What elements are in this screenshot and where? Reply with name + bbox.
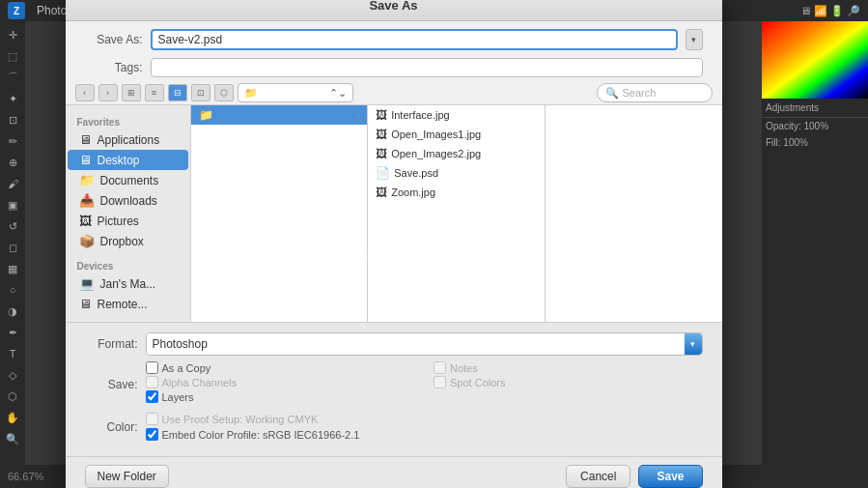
sidebar-item-pictures[interactable]: 🖼 Pictures	[68, 211, 188, 231]
alpha-label: Alpha Channels	[162, 377, 238, 388]
search-box[interactable]: 🔍 Search	[597, 83, 713, 102]
checkbox-notes: Notes	[434, 361, 703, 374]
embed-color-checkbox[interactable]	[146, 428, 158, 441]
tags-label: Tags:	[85, 61, 143, 74]
color-label: Color:	[85, 420, 138, 434]
right-buttons: Cancel Save	[566, 465, 702, 488]
checkbox-spot-colors: Spot Colors	[434, 376, 703, 388]
tool-crop[interactable]: ⊡	[3, 110, 22, 129]
view-list-btn[interactable]: ≡	[145, 84, 164, 101]
opacity-row: Opacity: 100%	[762, 118, 868, 134]
checkbox-embed-color[interactable]: Embed Color Profile: sRGB IEC61966-2.1	[146, 428, 703, 441]
pictures-icon: 🖼	[79, 214, 92, 228]
tool-dodge[interactable]: ◑	[3, 301, 22, 321]
tool-healing[interactable]: ⊕	[3, 153, 22, 172]
file-column-3	[546, 105, 722, 322]
as-a-copy-checkbox[interactable]	[146, 361, 158, 374]
color-swatch[interactable]	[762, 21, 868, 99]
dialog-title-bar: Save As	[66, 0, 722, 21]
search-placeholder: Search	[623, 87, 657, 99]
layers-checkbox[interactable]	[146, 390, 158, 403]
as-a-copy-label: As a Copy	[162, 362, 211, 374]
sidebar-item-jans-mac[interactable]: 💻 Jan's Ma...	[68, 273, 188, 294]
checkbox-layers[interactable]: Layers	[146, 390, 415, 403]
tool-history[interactable]: ↺	[3, 216, 22, 236]
file-columns: 📁 › 🖼 Interface.jpg 🖼 Open_Images1.jpg	[191, 105, 722, 322]
file-item-desktop-folder[interactable]: 📁 ›	[191, 105, 368, 125]
file-item-interface[interactable]: 🖼 Interface.jpg	[368, 105, 545, 125]
tool-shape[interactable]: ⬡	[3, 387, 22, 406]
file-item-zoom[interactable]: 🖼 Zoom.jpg	[368, 183, 545, 202]
save-row: Save: As a Copy Notes Alpha Channels	[85, 361, 703, 407]
save-button[interactable]: Save	[638, 465, 702, 488]
sidebar-item-applications[interactable]: 🖥 Applications	[68, 129, 188, 150]
checkbox-alpha: Alpha Channels	[146, 376, 415, 388]
sidebar-item-downloads-label: Downloads	[100, 194, 157, 208]
file-name-open2: Open_Images2.jpg	[391, 148, 481, 159]
view-column-btn[interactable]: ⊟	[168, 84, 187, 101]
color-options: Use Proof Setup: Working CMYK Embed Colo…	[146, 413, 703, 441]
spot-checkbox	[434, 376, 446, 388]
format-label: Format:	[85, 337, 138, 351]
filename-input[interactable]	[151, 29, 678, 50]
back-btn[interactable]: ‹	[75, 84, 95, 101]
view-icon-btn[interactable]: ⊞	[122, 84, 141, 101]
file-name-interface: Interface.jpg	[391, 109, 450, 121]
devices-label: Devices	[66, 257, 190, 273]
tool-hand[interactable]: ✋	[3, 408, 22, 427]
tags-input[interactable]	[151, 58, 703, 77]
sidebar-item-documents[interactable]: 📁 Documents	[68, 170, 188, 190]
opacity-label: Opacity: 100%	[766, 121, 828, 131]
file-item-save-psd[interactable]: 📄 Save.psd	[368, 163, 545, 183]
notes-checkbox	[434, 361, 446, 374]
sidebar-item-remote[interactable]: 🖥 Remote...	[68, 294, 188, 314]
documents-icon: 📁	[79, 173, 95, 187]
tool-select[interactable]: ⬚	[3, 46, 22, 66]
tool-blur[interactable]: ○	[3, 280, 22, 300]
browser-toolbar: ‹ › ⊞ ≡ ⊟ ⊡ ⬡ 📁 ⌃⌄ 🔍 Search	[66, 81, 722, 105]
new-folder-button[interactable]: New Folder	[85, 465, 169, 488]
filename-arrow-btn[interactable]: ▾	[686, 29, 703, 50]
file-item-open-images2[interactable]: 🖼 Open_Images2.jpg	[368, 144, 545, 163]
format-select-text: Photoshop	[147, 333, 685, 355]
forward-btn[interactable]: ›	[98, 84, 118, 101]
tool-eyedropper[interactable]: ✏	[3, 131, 22, 151]
image-icon-2: 🖼	[376, 128, 387, 141]
use-proof-label: Use Proof Setup: Working CMYK	[162, 414, 319, 425]
tool-pen[interactable]: ✒	[3, 323, 22, 342]
desktop-icon: 🖥	[79, 153, 92, 167]
format-select-arrow-icon: ▾	[685, 333, 702, 355]
jans-mac-icon: 💻	[79, 276, 95, 291]
sidebar-item-desktop[interactable]: 🖥 Desktop	[68, 150, 188, 170]
sidebar-item-jans-mac-label: Jan's Ma...	[100, 277, 156, 291]
format-section: Format: Photoshop ▾ Save: As a Copy Note	[66, 322, 722, 456]
sidebar-item-downloads[interactable]: 📥 Downloads	[68, 190, 188, 211]
dialog-overlay: Save As Save As: ▾ Tags: ‹ › ⊞ ≡ ⊟ ⊡ ⬡ 📁…	[25, 21, 762, 465]
zoom-level: 66.67%	[8, 471, 43, 482]
tool-stamp[interactable]: ▣	[3, 195, 22, 215]
right-panel: Adjustments Opacity: 100% Fill: 100%	[762, 21, 868, 465]
tool-brush[interactable]: 🖌	[3, 174, 22, 193]
view-share-btn[interactable]: ⬡	[214, 84, 234, 101]
sidebar-item-dropbox[interactable]: 📦 Dropbox	[68, 231, 188, 251]
notes-label: Notes	[450, 362, 478, 374]
tool-path[interactable]: ◇	[3, 365, 22, 385]
file-item-open-images1[interactable]: 🖼 Open_Images1.jpg	[368, 125, 545, 144]
tool-eraser[interactable]: ◻	[3, 238, 22, 257]
tool-move[interactable]: ✛	[3, 25, 22, 44]
view-coverflow-btn[interactable]: ⊡	[191, 84, 210, 101]
tool-lasso[interactable]: ⌒	[3, 68, 22, 87]
format-select-wrapper[interactable]: Photoshop ▾	[146, 332, 703, 356]
folder-icon: 📁	[199, 108, 213, 122]
tool-text[interactable]: T	[3, 344, 22, 363]
search-icon: 🔍	[605, 87, 619, 100]
path-dropdown[interactable]: 📁 ⌃⌄	[238, 83, 353, 102]
tags-row: Tags:	[66, 58, 722, 81]
tool-zoom[interactable]: 🔍	[3, 429, 22, 448]
tool-gradient[interactable]: ▦	[3, 259, 22, 278]
cancel-button[interactable]: Cancel	[566, 465, 630, 488]
checkbox-as-a-copy[interactable]: As a Copy	[146, 361, 415, 374]
sidebar-item-dropbox-label: Dropbox	[100, 235, 144, 248]
tool-magic-wand[interactable]: ✦	[3, 89, 22, 108]
format-row: Format: Photoshop ▾	[85, 332, 703, 356]
